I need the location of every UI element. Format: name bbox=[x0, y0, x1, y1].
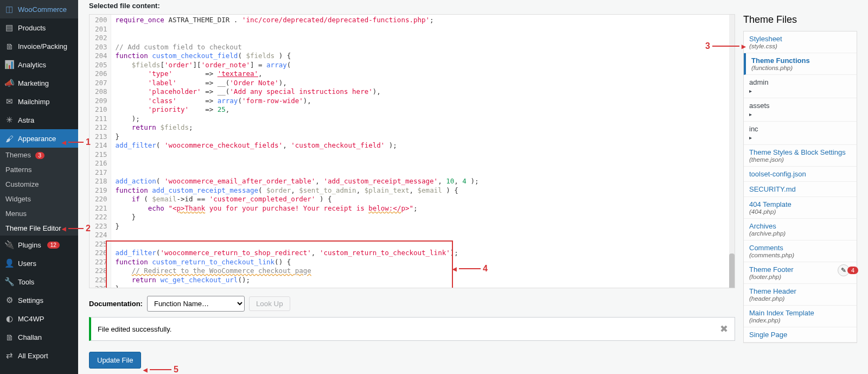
file-label: inc bbox=[749, 125, 851, 133]
sidebar-item-label: Tools bbox=[18, 278, 34, 286]
menu-icon: 🔧 bbox=[4, 277, 14, 287]
annotation-num-3: 3 bbox=[705, 41, 710, 51]
annotation-arrow-3: 3 bbox=[705, 41, 746, 51]
sidebar-item-marketing[interactable]: 📣Marketing bbox=[0, 74, 78, 92]
file-item-security-md[interactable]: SECURITY.md bbox=[744, 182, 857, 197]
annotation-arrow-5: 5 bbox=[143, 365, 178, 374]
file-item-404-template[interactable]: 404 Template(404.php) bbox=[744, 197, 857, 219]
file-subname: (comments.php) bbox=[749, 252, 851, 258]
annotation-arrow-4: 4 bbox=[452, 264, 488, 274]
line-gutter: 2002012022032042052062072082092102112122… bbox=[90, 15, 111, 288]
file-item-archives[interactable]: Archives(archive.php) bbox=[744, 219, 857, 240]
sidebar-item-label: Invoice/Packing bbox=[18, 42, 67, 50]
code-editor[interactable]: 2002012022032042052062072082092102112122… bbox=[89, 14, 735, 288]
file-item-admin[interactable]: admin bbox=[744, 75, 857, 98]
count-badge: 12 bbox=[47, 242, 60, 249]
file-label: Stylesheet bbox=[749, 35, 851, 43]
sidebar-item-users[interactable]: 👤Users bbox=[0, 254, 78, 272]
file-label: Comments bbox=[749, 244, 851, 252]
file-label: Main Index Template bbox=[749, 309, 851, 317]
sidebar-item-label: Users bbox=[18, 259, 36, 268]
file-item-single-page[interactable]: Single Page bbox=[744, 327, 857, 343]
file-label: admin bbox=[749, 78, 851, 86]
file-item-theme-functions[interactable]: Theme Functions(functions.php) bbox=[744, 53, 857, 75]
code-editor-area: 2002012022032042052062072082092102112122… bbox=[89, 14, 735, 369]
sidebar-item-settings[interactable]: ⚙Settings bbox=[0, 291, 78, 309]
doc-function-select[interactable]: Function Name… bbox=[147, 296, 245, 312]
lookup-button[interactable]: Look Up bbox=[249, 296, 290, 311]
submenu-item-themes[interactable]: Themes 3 bbox=[0, 148, 78, 162]
file-item-stylesheet[interactable]: Stylesheet(style.css) bbox=[744, 31, 857, 53]
sidebar-item-label: Challan bbox=[18, 333, 42, 341]
sidebar-item-challan[interactable]: 🗎Challan bbox=[0, 328, 78, 346]
sidebar-item-label: Mailchimp bbox=[18, 98, 50, 106]
success-notice: File edited successfully. ✖ bbox=[89, 317, 735, 341]
sidebar-item-label: All Export bbox=[18, 352, 48, 360]
annotation-num-2: 2 bbox=[86, 224, 91, 233]
files-panel-title: Theme Files bbox=[743, 14, 857, 31]
file-item-inc[interactable]: inc bbox=[744, 122, 857, 145]
sidebar-item-label: MC4WP bbox=[18, 315, 44, 323]
file-item-theme-styles-block-settings[interactable]: Theme Styles & Block Settings(theme.json… bbox=[744, 145, 857, 167]
file-subname: (style.css) bbox=[749, 43, 851, 49]
file-label: Single Page bbox=[749, 331, 851, 339]
annotation-num-5: 5 bbox=[174, 365, 178, 374]
file-label: Theme Header bbox=[749, 287, 851, 295]
sidebar-item-label: Settings bbox=[18, 296, 43, 305]
menu-icon: 📊 bbox=[4, 60, 14, 69]
sidebar-item-mailchimp[interactable]: ✉Mailchimp bbox=[0, 92, 78, 111]
file-item-assets[interactable]: assets bbox=[744, 98, 857, 122]
file-subname: (index.php) bbox=[749, 317, 851, 324]
annotation-arrow-2: 2 bbox=[62, 224, 91, 233]
file-subname: (404.php) bbox=[749, 208, 851, 215]
file-subname: (header.php) bbox=[749, 295, 851, 302]
notice-text: File edited successfully. bbox=[98, 325, 171, 333]
file-subname: (archive.php) bbox=[749, 230, 851, 237]
file-label: Archives bbox=[749, 222, 851, 230]
menu-icon: 📣 bbox=[4, 78, 14, 88]
sidebar-item-mc4wp[interactable]: ◐MC4WP bbox=[0, 309, 78, 328]
update-file-button[interactable]: Update File bbox=[89, 352, 141, 369]
menu-icon: 👤 bbox=[4, 258, 14, 268]
file-item-toolset-config-json[interactable]: toolset-config.json bbox=[744, 167, 857, 182]
close-icon[interactable]: ✖ bbox=[720, 323, 728, 335]
sidebar-item-tools[interactable]: 🔧Tools bbox=[0, 272, 78, 291]
files-list: Stylesheet(style.css)Theme Functions(fun… bbox=[743, 31, 857, 343]
sidebar-item-label: Astra bbox=[18, 116, 34, 124]
sidebar-item-label: Plugins bbox=[18, 241, 41, 249]
menu-icon: ✉ bbox=[4, 97, 14, 106]
scroll-thumb[interactable] bbox=[729, 253, 735, 288]
annotation-arrow-1: 1 bbox=[62, 137, 91, 147]
file-item-comments[interactable]: Comments(comments.php) bbox=[744, 240, 857, 262]
file-label: Theme Functions bbox=[751, 56, 851, 65]
documentation-row: Documentation: Function Name… Look Up bbox=[89, 288, 735, 317]
doc-label: Documentation: bbox=[89, 300, 143, 308]
sidebar-item-all-export[interactable]: ⇄All Export bbox=[0, 346, 78, 365]
menu-icon: ▤ bbox=[4, 23, 14, 33]
sidebar-item-label: WooCommerce bbox=[18, 5, 67, 14]
sidebar-item-astra[interactable]: ✳Astra bbox=[0, 111, 78, 129]
code-lines[interactable]: require_once ASTRA_THEME_DIR . 'inc/core… bbox=[111, 15, 735, 288]
file-item-theme-header[interactable]: Theme Header(header.php) bbox=[744, 284, 857, 306]
sidebar-item-label: Analytics bbox=[18, 61, 46, 69]
sidebar-item-plugins[interactable]: 🔌Plugins 12 bbox=[0, 236, 78, 254]
editor-heading: Selected file content: bbox=[89, 0, 857, 14]
menu-icon: 🗎 bbox=[4, 332, 14, 342]
submenu-item-patterns[interactable]: Patterns bbox=[0, 162, 78, 177]
sidebar-item-analytics[interactable]: 📊Analytics bbox=[0, 55, 78, 74]
file-label: assets bbox=[749, 102, 851, 110]
brush-icon: 🖌 bbox=[4, 134, 14, 143]
editor-scrollbar[interactable] bbox=[729, 15, 735, 288]
menu-icon: ✳ bbox=[4, 115, 14, 125]
sidebar-item-woocommerce[interactable]: ◫WooCommerce bbox=[0, 0, 78, 18]
float-badge[interactable]: ✎ 4 bbox=[838, 264, 858, 276]
file-item-main-index-template[interactable]: Main Index Template(index.php) bbox=[744, 306, 857, 327]
submenu-item-widgets[interactable]: Widgets bbox=[0, 192, 78, 206]
menu-icon: 🔌 bbox=[4, 240, 14, 250]
file-subname: (theme.json) bbox=[749, 156, 851, 163]
file-subname: (functions.php) bbox=[751, 65, 851, 71]
sidebar-item-invoice-packing[interactable]: 🗎Invoice/Packing bbox=[0, 37, 78, 55]
submenu-item-customize[interactable]: Customize bbox=[0, 177, 78, 192]
sidebar-item-products[interactable]: ▤Products bbox=[0, 18, 78, 37]
submenu-item-menus[interactable]: Menus bbox=[0, 206, 78, 221]
